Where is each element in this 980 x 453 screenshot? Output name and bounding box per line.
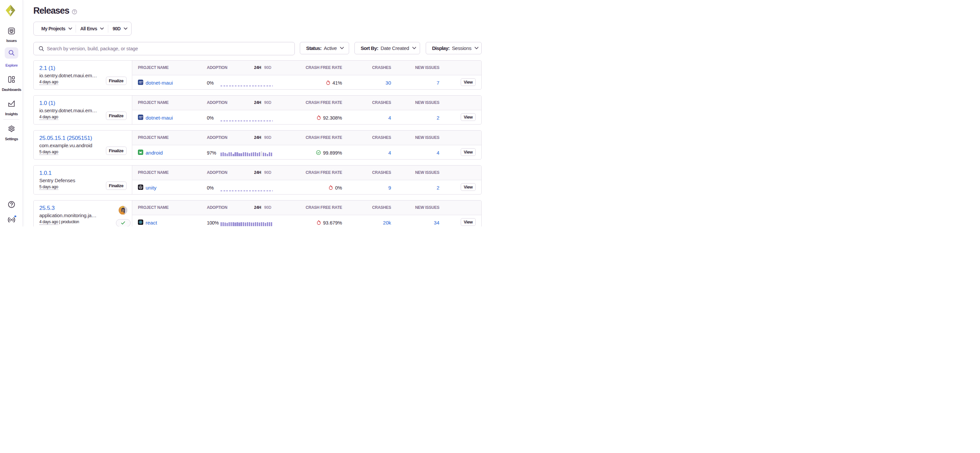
svg-text:MAUI: MAUI — [139, 118, 142, 119]
svg-text:MAUI: MAUI — [139, 83, 142, 84]
